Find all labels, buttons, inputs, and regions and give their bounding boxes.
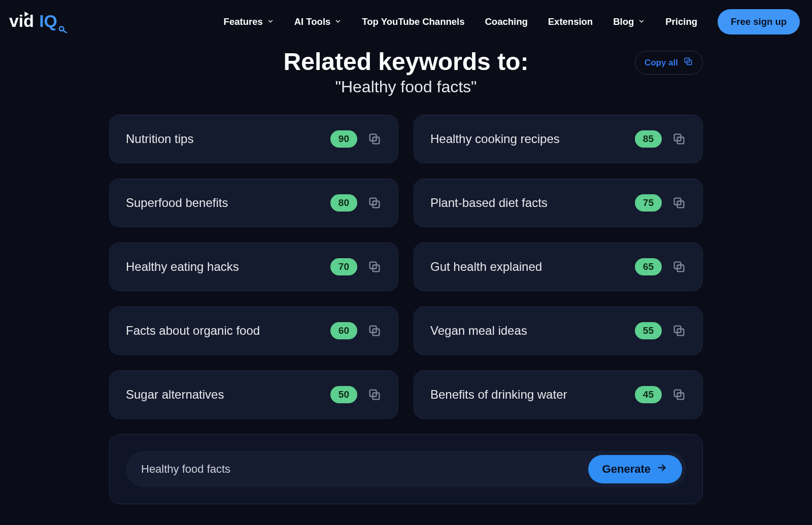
chevron-down-icon — [334, 16, 342, 27]
generate-button[interactable]: Generate — [588, 455, 682, 483]
nav-link-label: Pricing — [665, 16, 697, 27]
header-row: Related keywords to: "Healthy food facts… — [109, 48, 703, 96]
arrow-right-icon — [657, 462, 668, 476]
keyword-input[interactable] — [141, 463, 582, 476]
vidiq-logo[interactable]: vid IQ — [9, 11, 78, 33]
chevron-down-icon — [638, 16, 645, 27]
copy-icon[interactable] — [367, 324, 382, 338]
page-title: Related keywords to: — [284, 48, 529, 76]
copy-icon[interactable] — [672, 260, 686, 274]
score-badge: 75 — [635, 194, 662, 212]
keyword-card: Superfood benefits80 — [109, 179, 398, 227]
nav-items: FeaturesAI ToolsTop YouTube ChannelsCoac… — [224, 9, 800, 34]
copy-icon[interactable] — [672, 196, 686, 210]
keyword-label: Healthy eating hacks — [126, 260, 320, 274]
score-badge: 55 — [635, 322, 662, 339]
score-badge: 90 — [330, 130, 357, 148]
signup-button[interactable]: Free sign up — [718, 9, 800, 34]
score-badge: 70 — [330, 258, 357, 275]
nav-link-extension[interactable]: Extension — [548, 16, 593, 27]
score-badge: 45 — [635, 386, 662, 403]
score-badge: 60 — [330, 322, 357, 339]
nav-link-label: AI Tools — [294, 16, 331, 27]
title-block: Related keywords to: "Healthy food facts… — [284, 48, 529, 96]
query-subtitle: "Healthy food facts" — [284, 78, 529, 96]
nav-link-ai-tools[interactable]: AI Tools — [294, 16, 342, 27]
copy-icon[interactable] — [367, 132, 382, 146]
nav-link-label: Top YouTube Channels — [362, 16, 464, 27]
copy-all-label: Copy all — [645, 58, 678, 68]
generate-row: Generate — [126, 451, 686, 487]
generate-button-label: Generate — [602, 463, 651, 476]
keyword-card: Gut health explained65 — [414, 242, 703, 291]
score-badge: 65 — [635, 258, 662, 275]
copy-icon[interactable] — [367, 388, 382, 402]
svg-text:IQ: IQ — [39, 11, 57, 30]
keyword-label: Vegan meal ideas — [430, 324, 625, 338]
score-badge: 50 — [330, 386, 357, 403]
copy-icon — [683, 56, 693, 69]
keyword-label: Nutrition tips — [126, 132, 320, 146]
nav-link-top-youtube-channels[interactable]: Top YouTube Channels — [362, 16, 464, 27]
keyword-label: Facts about organic food — [126, 324, 320, 338]
keyword-label: Benefits of drinking water — [430, 388, 625, 402]
top-nav: vid IQ FeaturesAI ToolsTop YouTube Chann… — [0, 0, 812, 44]
keyword-label: Healthy cooking recipes — [430, 132, 625, 146]
nav-link-label: Extension — [548, 16, 593, 27]
nav-link-coaching[interactable]: Coaching — [485, 16, 527, 27]
copy-all-button[interactable]: Copy all — [635, 51, 703, 75]
chevron-down-icon — [267, 16, 274, 27]
score-badge: 85 — [635, 130, 662, 148]
keyword-card: Vegan meal ideas55 — [414, 306, 703, 355]
keyword-label: Superfood benefits — [126, 196, 320, 210]
keyword-card: Healthy eating hacks70 — [109, 242, 398, 291]
keyword-card: Healthy cooking recipes85 — [414, 115, 703, 163]
keyword-card: Benefits of drinking water45 — [414, 370, 703, 419]
signup-button-label: Free sign up — [731, 16, 787, 27]
copy-icon[interactable] — [367, 196, 382, 210]
copy-icon[interactable] — [672, 388, 686, 402]
keyword-label: Plant-based diet facts — [430, 196, 625, 210]
keyword-label: Gut health explained — [430, 260, 625, 274]
svg-text:vid: vid — [9, 11, 34, 30]
copy-icon[interactable] — [367, 260, 382, 274]
nav-link-features[interactable]: Features — [224, 16, 274, 27]
keyword-label: Sugar alternatives — [126, 388, 320, 402]
nav-link-label: Features — [224, 16, 263, 27]
nav-link-label: Blog — [613, 16, 634, 27]
copy-icon[interactable] — [672, 132, 686, 146]
nav-link-pricing[interactable]: Pricing — [665, 16, 697, 27]
keywords-grid: Nutrition tips90Healthy cooking recipes8… — [109, 115, 703, 419]
keyword-card: Facts about organic food60 — [109, 306, 398, 355]
svg-line-4 — [63, 30, 67, 33]
score-badge: 80 — [330, 194, 357, 212]
generate-panel: Generate — [109, 434, 703, 504]
keyword-card: Nutrition tips90 — [109, 115, 398, 163]
main-container: Related keywords to: "Healthy food facts… — [109, 48, 703, 504]
nav-link-blog[interactable]: Blog — [613, 16, 645, 27]
keyword-card: Sugar alternatives50 — [109, 370, 398, 419]
copy-icon[interactable] — [672, 324, 686, 338]
keyword-card: Plant-based diet facts75 — [414, 179, 703, 227]
nav-link-label: Coaching — [485, 16, 527, 27]
